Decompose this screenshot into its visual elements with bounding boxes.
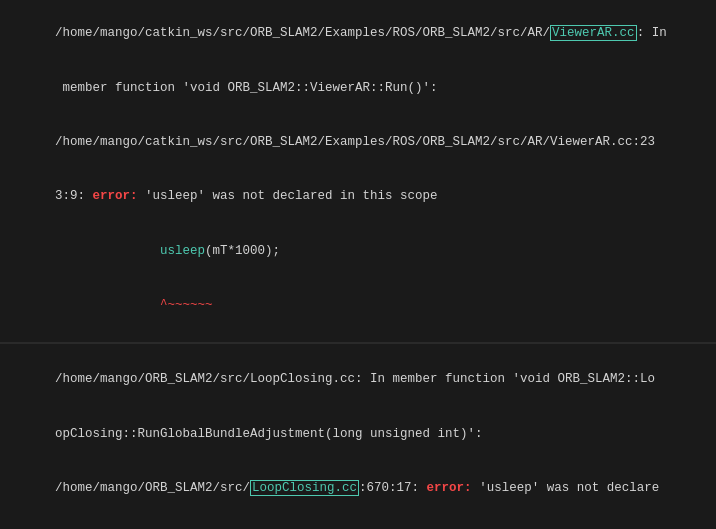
text: :670:17: xyxy=(359,481,427,495)
text: 3:9: xyxy=(55,189,93,203)
text: /home/mango/ORB_SLAM2/src/LoopClosing.cc… xyxy=(55,372,655,386)
text: 'usleep' was not declare xyxy=(472,481,660,495)
text: : In xyxy=(637,26,667,40)
line: usleep(mT*1000); xyxy=(10,224,706,278)
text: /home/mango/ORB_SLAM2/src/ xyxy=(55,481,250,495)
path-text: /home/mango/catkin_ws/src/ORB_SLAM2/Exam… xyxy=(55,26,550,40)
text: opClosing::RunGlobalBundleAdjustment(lon… xyxy=(55,427,483,441)
text: member function 'void ORB_SLAM2::ViewerA… xyxy=(55,81,438,95)
terminal: /home/mango/catkin_ws/src/ORB_SLAM2/Exam… xyxy=(0,0,716,529)
text: /home/mango/catkin_ws/src/ORB_SLAM2/Exam… xyxy=(55,135,655,149)
error-section-2: /home/mango/ORB_SLAM2/src/LoopClosing.cc… xyxy=(0,344,716,529)
text: (mT*1000); xyxy=(205,244,280,258)
line: /home/mango/catkin_ws/src/ORB_SLAM2/Exam… xyxy=(10,6,706,60)
filename-box-2: LoopClosing.cc xyxy=(250,480,359,496)
line: opClosing::RunGlobalBundleAdjustment(lon… xyxy=(10,407,706,461)
error-section-1: /home/mango/catkin_ws/src/ORB_SLAM2/Exam… xyxy=(0,0,716,344)
caret-indicator: ^~~~~~~ xyxy=(10,278,706,332)
line: 3:9: error: 'usleep' was not declared in… xyxy=(10,169,706,223)
line: d in this scope xyxy=(10,515,706,529)
text: ^~~~~~~ xyxy=(55,298,213,312)
text xyxy=(55,244,160,258)
error-label: error: xyxy=(93,189,138,203)
error-label: error: xyxy=(427,481,472,495)
line: /home/mango/catkin_ws/src/ORB_SLAM2/Exam… xyxy=(10,115,706,169)
filename-box-1: ViewerAR.cc xyxy=(550,25,637,41)
text: 'usleep' was not declared in this scope xyxy=(138,189,438,203)
usleep-func: usleep xyxy=(160,244,205,258)
line: member function 'void ORB_SLAM2::ViewerA… xyxy=(10,60,706,114)
line: /home/mango/ORB_SLAM2/src/LoopClosing.cc… xyxy=(10,352,706,406)
line: /home/mango/ORB_SLAM2/src/LoopClosing.cc… xyxy=(10,461,706,515)
